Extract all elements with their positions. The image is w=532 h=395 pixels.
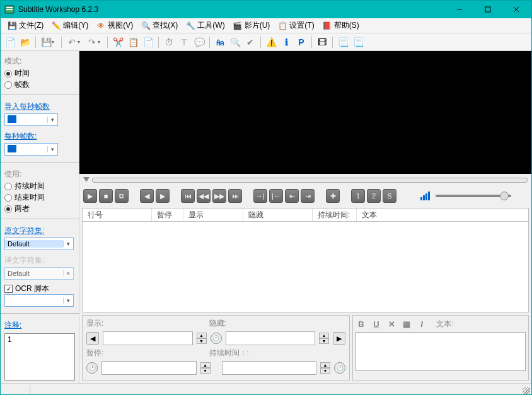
timing-button[interactable]: ⏱: [162, 35, 176, 49]
redo-button[interactable]: ↷: [85, 35, 99, 49]
add-sub-button[interactable]: ✚: [326, 189, 340, 203]
search-button[interactable]: 🔍: [228, 35, 242, 49]
menu-edit[interactable]: ✏️编辑(Y): [47, 19, 92, 32]
settings-icon: 📋: [277, 21, 287, 30]
use-duration-radio[interactable]: 持续时间: [4, 181, 75, 192]
strike-button[interactable]: ✕: [386, 318, 397, 329]
color-button[interactable]: ▦: [401, 318, 412, 329]
pascal-button[interactable]: P: [294, 35, 308, 49]
prev-button[interactable]: ◀: [140, 189, 154, 203]
menu-search[interactable]: 🔍查找(X): [137, 19, 182, 32]
input-fps-combo[interactable]: ▾: [4, 113, 58, 126]
show-up[interactable]: ▲: [197, 333, 207, 338]
col-duration[interactable]: 持续时间:: [313, 209, 357, 221]
sync-button[interactable]: S: [383, 189, 396, 203]
subtitle-text-input[interactable]: [356, 332, 526, 371]
fps-label[interactable]: 每秒帧数:: [4, 131, 75, 142]
underline-button[interactable]: U: [371, 318, 382, 329]
pause-input[interactable]: [101, 361, 197, 375]
info-button[interactable]: ℹ: [279, 35, 293, 49]
duration-input[interactable]: [222, 361, 317, 375]
menu-movie[interactable]: 🎬影片(U): [229, 19, 274, 32]
close-button[interactable]: [502, 1, 530, 18]
sync-start-button[interactable]: ⇤: [285, 189, 299, 203]
copy-button[interactable]: 📋: [126, 35, 140, 49]
ffwd-button[interactable]: ⏭: [228, 189, 242, 203]
stop-button[interactable]: ■: [99, 189, 113, 203]
show-time-input[interactable]: [103, 331, 193, 345]
cut-button[interactable]: ✂️: [111, 35, 125, 49]
save-button[interactable]: 💾: [39, 35, 53, 49]
resize-grip[interactable]: [523, 387, 530, 394]
warning-button[interactable]: ⚠️: [264, 35, 278, 49]
menu-tools[interactable]: 🔧工具(W): [182, 19, 228, 32]
point2-button[interactable]: 2: [367, 189, 381, 203]
mark-in-button[interactable]: →|: [253, 189, 267, 203]
play-button[interactable]: ▶: [83, 189, 97, 203]
prev-sub-button[interactable]: ◀: [86, 332, 99, 345]
pause-up[interactable]: ▲: [200, 362, 211, 368]
mode-time-radio[interactable]: 时间: [4, 68, 75, 79]
screenshot-button[interactable]: ⧉: [115, 189, 129, 203]
orig-charset-combo[interactable]: Default▾: [4, 238, 74, 250]
text-button[interactable]: T: [177, 35, 191, 49]
paste-button[interactable]: 📄: [141, 35, 155, 49]
menu-view[interactable]: 👁视图(V): [92, 19, 137, 32]
maximize-button[interactable]: [473, 1, 502, 18]
subtitle-button[interactable]: 💬: [192, 35, 206, 49]
hide-up[interactable]: ▲: [319, 333, 329, 338]
volume-icon[interactable]: [420, 192, 430, 200]
use-end-radio[interactable]: 结束时间: [4, 192, 75, 203]
point1-button[interactable]: 1: [351, 189, 365, 203]
translate-button[interactable]: 🗛: [213, 35, 227, 49]
use-both-radio[interactable]: 两者: [4, 203, 75, 214]
col-show[interactable]: 显示: [183, 209, 243, 221]
minimize-button[interactable]: [445, 1, 473, 18]
duration-label: 持续时间：:: [209, 348, 249, 358]
notes-textarea[interactable]: 1: [4, 333, 75, 381]
menu-file[interactable]: 💾文件(Z): [3, 19, 47, 32]
sidebar: 模式: 时间 帧数 导入每秒帧数 ▾ 每秒帧数: ▾ 使用: 持续时间 结束时间…: [1, 51, 79, 383]
notes-label[interactable]: 注释:: [4, 320, 75, 331]
menu-help[interactable]: 📕帮助(S): [318, 19, 363, 32]
next-sub-button[interactable]: ▶: [333, 332, 345, 345]
seek-track[interactable]: [92, 178, 528, 183]
hide-down[interactable]: ▼: [319, 338, 329, 344]
open-file-button[interactable]: 📂: [18, 35, 32, 49]
sync-end-button[interactable]: ⇥: [301, 189, 315, 203]
col-text[interactable]: 文本: [357, 209, 528, 221]
input-fps-label[interactable]: 导入每秒帧数: [4, 101, 75, 112]
col-hide[interactable]: 隐藏: [243, 209, 313, 221]
mark-out-button[interactable]: |←: [269, 189, 283, 203]
hide-time-input[interactable]: [226, 331, 316, 345]
col-num[interactable]: 行号: [83, 209, 152, 221]
video-button[interactable]: 🎞: [315, 35, 329, 49]
col-pause[interactable]: 暂停: [152, 209, 183, 221]
dur-down[interactable]: ▼: [320, 368, 330, 374]
subtitle-list[interactable]: [82, 222, 529, 312]
undo-button[interactable]: ↶: [65, 35, 79, 49]
ocr-script-checkbox[interactable]: ✓OCR 脚本: [4, 283, 75, 294]
next-button[interactable]: ▶: [156, 189, 170, 203]
show-down[interactable]: ▼: [197, 338, 207, 344]
menu-settings[interactable]: 📋设置(T): [274, 19, 318, 32]
ocr-script-combo[interactable]: ▾: [4, 294, 74, 307]
new-file-button[interactable]: 📄: [3, 35, 17, 49]
rewind-button[interactable]: ⏮: [181, 189, 195, 203]
script2-button[interactable]: 📃: [351, 35, 365, 49]
seek-marker-icon[interactable]: [83, 177, 90, 182]
volume-slider[interactable]: [436, 195, 511, 197]
dur-up[interactable]: ▲: [320, 362, 330, 368]
mode-frames-radio[interactable]: 帧数: [4, 79, 75, 90]
video-preview[interactable]: [79, 51, 531, 174]
bold-button[interactable]: B: [356, 318, 367, 329]
back-button[interactable]: ◀◀: [197, 189, 211, 203]
orig-charset-label[interactable]: 原文字符集:: [4, 226, 75, 236]
fps-combo[interactable]: ▾: [4, 143, 58, 156]
italic-button[interactable]: I: [416, 318, 427, 329]
pause-down[interactable]: ▼: [200, 368, 211, 374]
spellcheck-button[interactable]: ✔: [243, 35, 257, 49]
title-bar: Subtitle Workshop 6.2.3: [1, 1, 531, 18]
fwd-button[interactable]: ▶▶: [212, 189, 226, 203]
script1-button[interactable]: 📃: [336, 35, 350, 49]
